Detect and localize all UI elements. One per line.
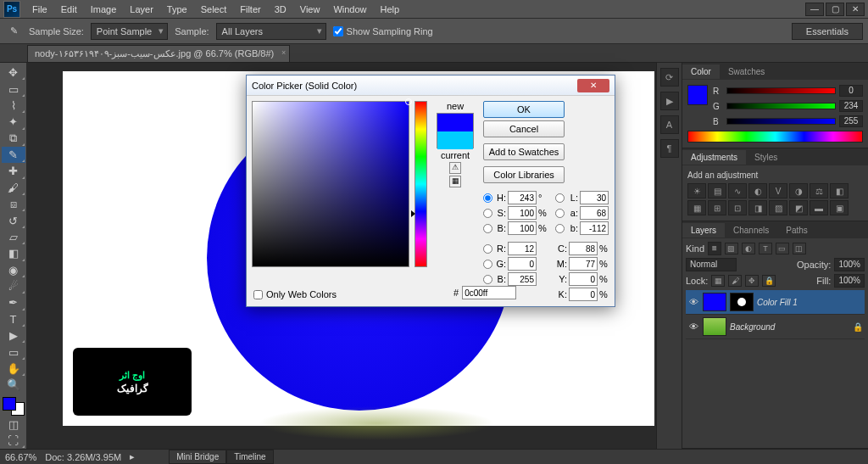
brush-tool[interactable]: 🖌 — [2, 180, 25, 196]
tab-color[interactable]: Color — [682, 64, 720, 79]
h-input[interactable] — [508, 191, 537, 204]
y-input[interactable] — [569, 272, 598, 286]
c-input[interactable] — [569, 242, 598, 255]
lock-pixel-icon[interactable]: 🖌 — [728, 275, 742, 287]
eyedropper-tool[interactable]: ✎ — [2, 147, 25, 163]
gradmap-icon[interactable]: ▬ — [810, 200, 828, 215]
exposure-icon[interactable]: ◐ — [748, 183, 767, 198]
add-swatches-button[interactable]: Add to Swatches — [483, 143, 565, 160]
selcolor-icon[interactable]: ▣ — [830, 200, 849, 215]
shape-tool[interactable]: ▭ — [2, 344, 25, 360]
k-input[interactable] — [569, 288, 598, 301]
maximize-button[interactable]: ▢ — [826, 3, 844, 16]
rgb-b-radio[interactable] — [483, 275, 492, 284]
s-input[interactable] — [508, 206, 537, 220]
m-input[interactable] — [569, 257, 598, 271]
b-slider[interactable] — [726, 118, 836, 125]
menu-layer[interactable]: Layer — [123, 2, 160, 17]
move-tool[interactable]: ✥ — [2, 64, 25, 81]
show-ring-input[interactable] — [333, 26, 343, 36]
gamut-warning-icon[interactable]: ⚠ — [449, 162, 461, 174]
sample-layers-select[interactable]: All Layers — [216, 23, 326, 40]
healing-tool[interactable]: ✚ — [2, 163, 25, 179]
menu-select[interactable]: Select — [194, 2, 234, 17]
poster-icon[interactable]: ▨ — [769, 200, 787, 215]
actions-panel-icon[interactable]: ▶ — [660, 92, 679, 110]
dialog-titlebar[interactable]: Color Picker (Solid Color) ✕ — [247, 75, 615, 96]
dodge-tool[interactable]: ☄ — [2, 278, 25, 294]
r-value[interactable]: 0 — [839, 85, 863, 97]
ok-button[interactable]: OK — [483, 101, 565, 118]
menu-help[interactable]: Help — [374, 2, 407, 17]
dialog-close-button[interactable]: ✕ — [577, 79, 609, 92]
menu-edit[interactable]: Edit — [54, 2, 84, 17]
g-value[interactable]: 234 — [839, 100, 863, 112]
fill-input[interactable]: 100% — [834, 274, 865, 288]
invert-icon[interactable]: ◨ — [748, 200, 767, 215]
filter-shape-icon[interactable]: ▭ — [776, 243, 789, 254]
curves-icon[interactable]: ∿ — [728, 183, 747, 198]
levels-icon[interactable]: ▤ — [708, 183, 726, 198]
fg-bg-swatches[interactable] — [3, 397, 25, 416]
gradient-tool[interactable]: ◧ — [2, 245, 25, 261]
rgb-r-radio[interactable] — [483, 244, 492, 254]
tab-adjustments[interactable]: Adjustments — [682, 150, 746, 165]
lab-b-radio[interactable] — [555, 224, 565, 233]
tab-layers[interactable]: Layers — [682, 223, 725, 238]
menu-type[interactable]: Type — [160, 2, 194, 17]
brightness-icon[interactable]: ☀ — [687, 183, 706, 198]
lb-input[interactable] — [580, 221, 609, 235]
pen-tool[interactable]: ✒ — [2, 294, 25, 310]
lock-pos-icon[interactable]: ✥ — [745, 275, 759, 287]
eye-icon[interactable]: 👁 — [687, 321, 699, 332]
lock-trans-icon[interactable]: ▦ — [711, 275, 725, 287]
color-libraries-button[interactable]: Color Libraries — [483, 166, 565, 183]
lookup-icon[interactable]: ⊡ — [728, 200, 747, 215]
huesat-icon[interactable]: ◑ — [789, 183, 808, 198]
threshold-icon[interactable]: ◩ — [789, 200, 808, 215]
current-color-swatch[interactable] — [437, 131, 473, 149]
lasso-tool[interactable]: ⌇ — [2, 98, 25, 114]
lock-all-icon[interactable]: 🔒 — [762, 275, 776, 287]
gg-input[interactable] — [508, 257, 537, 271]
tab-styles[interactable]: Styles — [746, 150, 786, 165]
arrow-icon[interactable]: ▸ — [130, 451, 135, 462]
layer-color-fill[interactable]: 👁 Color Fill 1 — [686, 290, 865, 315]
menu-image[interactable]: Image — [84, 2, 124, 17]
sample-size-select[interactable]: Point Sample — [91, 23, 168, 40]
hue-slider[interactable] — [415, 101, 427, 267]
quickmask-toggle[interactable]: ◫ — [2, 416, 25, 432]
tab-timeline[interactable]: Timeline — [226, 450, 273, 464]
rgb-g-radio[interactable] — [483, 260, 492, 269]
zoom-display[interactable]: 66.67% — [5, 452, 36, 462]
eraser-tool[interactable]: ▱ — [2, 229, 25, 245]
menu-filter[interactable]: Filter — [233, 2, 267, 17]
blend-mode-select[interactable]: Normal — [686, 258, 737, 271]
path-select-tool[interactable]: ▶ — [2, 327, 25, 344]
character-panel-icon[interactable]: A — [660, 115, 679, 134]
eye-icon[interactable]: 👁 — [687, 297, 699, 307]
lab-a-radio[interactable] — [555, 209, 565, 218]
zoom-tool[interactable]: 🔍 — [2, 377, 25, 393]
a-input[interactable] — [580, 206, 609, 220]
bb2-input[interactable] — [508, 272, 537, 286]
type-tool[interactable]: T — [2, 311, 25, 327]
b-value[interactable]: 255 — [839, 115, 863, 127]
filter-type-icon[interactable]: T — [759, 243, 772, 254]
screen-mode-toggle[interactable]: ⛶ — [2, 433, 25, 449]
kind-select[interactable]: ≡ — [708, 242, 721, 255]
g-slider[interactable] — [726, 103, 836, 109]
filter-pixel-icon[interactable]: ▧ — [725, 243, 738, 254]
l-input[interactable] — [580, 191, 609, 204]
spectrum-bar[interactable] — [687, 131, 863, 143]
color-panel-swatch[interactable] — [687, 85, 708, 105]
close-tab-icon[interactable]: × — [281, 48, 286, 57]
menu-window[interactable]: Window — [326, 2, 373, 17]
workspace-select[interactable]: Essentials — [792, 23, 863, 40]
menu-3d[interactable]: 3D — [268, 2, 293, 17]
marquee-tool[interactable]: ▭ — [2, 81, 25, 97]
chmixer-icon[interactable]: ⊞ — [708, 200, 726, 215]
websafe-warning-icon[interactable]: ▦ — [449, 176, 461, 187]
tab-swatches[interactable]: Swatches — [720, 64, 773, 79]
fg-color-swatch[interactable] — [3, 397, 16, 411]
